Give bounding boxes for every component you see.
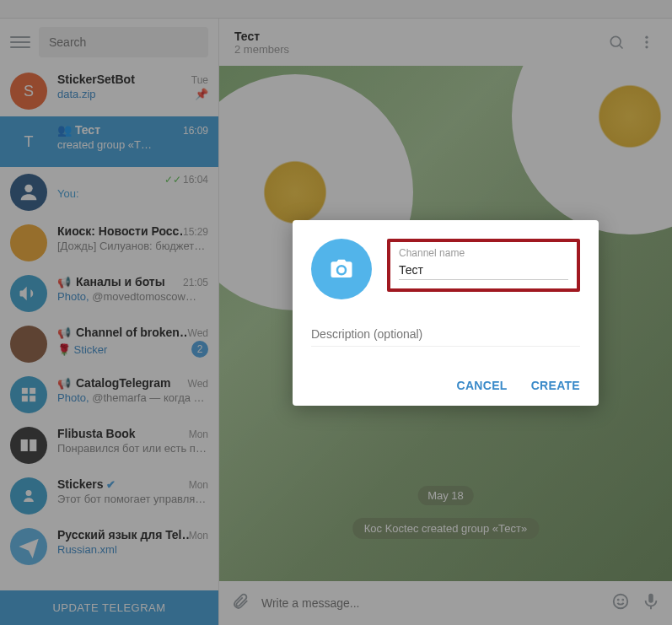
channel-name-label: Channel name — [399, 247, 568, 259]
create-button[interactable]: CREATE — [531, 379, 580, 392]
channel-name-highlight: Channel name — [387, 239, 580, 292]
main-panel: Тест 2 members May 18 Кос Koctec created… — [219, 0, 672, 625]
channel-description-input[interactable] — [311, 327, 580, 347]
modal-overlay[interactable]: Channel name CANCEL CREATE — [219, 0, 672, 625]
channel-photo-button[interactable] — [311, 239, 372, 299]
channel-name-input[interactable] — [399, 263, 568, 280]
cancel-button[interactable]: CANCEL — [457, 379, 508, 392]
create-channel-modal: Channel name CANCEL CREATE — [293, 220, 599, 406]
